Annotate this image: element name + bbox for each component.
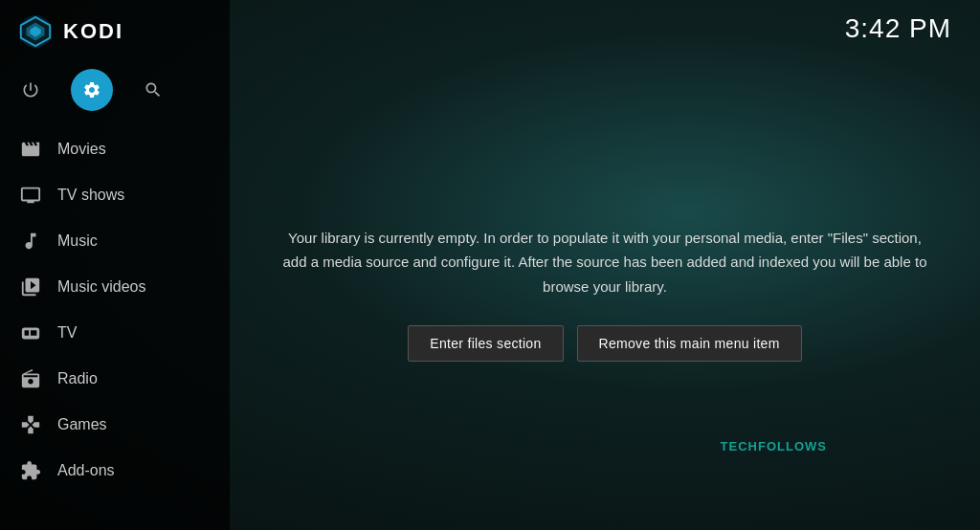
sidebar-item-music-label: Music bbox=[57, 232, 98, 250]
sidebar-item-addons-label: Add-ons bbox=[57, 462, 115, 479]
top-bar: 3:42 PM bbox=[230, 0, 980, 57]
sidebar-item-games-label: Games bbox=[57, 416, 107, 433]
enter-files-button[interactable]: Enter files section bbox=[408, 325, 563, 362]
sidebar: KODI Movies bbox=[0, 0, 230, 530]
settings-icon bbox=[82, 80, 101, 99]
main-content: Your library is currently empty. In orde… bbox=[230, 57, 980, 530]
kodi-logo-icon bbox=[17, 13, 54, 50]
tv-icon bbox=[19, 321, 42, 344]
sidebar-item-radio-label: Radio bbox=[57, 370, 98, 387]
sidebar-item-tv-label: TV bbox=[57, 324, 77, 342]
sidebar-item-music-videos[interactable]: Music videos bbox=[0, 264, 230, 310]
action-buttons: Enter files section Remove this main men… bbox=[279, 325, 930, 362]
sidebar-item-tv[interactable]: TV bbox=[0, 310, 230, 356]
logo-area: KODI bbox=[0, 0, 230, 63]
power-button[interactable] bbox=[10, 69, 52, 111]
sidebar-item-music-videos-label: Music videos bbox=[57, 278, 145, 296]
sidebar-item-movies-label: Movies bbox=[57, 141, 106, 158]
search-button[interactable] bbox=[132, 69, 174, 111]
sidebar-item-radio[interactable]: Radio bbox=[0, 356, 230, 402]
search-icon bbox=[144, 80, 163, 99]
sidebar-item-addons[interactable]: Add-ons bbox=[0, 448, 230, 494]
sidebar-item-tv-shows[interactable]: TV shows bbox=[0, 172, 230, 218]
music-videos-icon bbox=[19, 276, 42, 298]
music-icon bbox=[19, 230, 42, 253]
sidebar-item-tv-shows-label: TV shows bbox=[57, 187, 124, 204]
sidebar-item-movies[interactable]: Movies bbox=[0, 126, 230, 172]
sidebar-item-games[interactable]: Games bbox=[0, 402, 230, 448]
remove-menu-item-button[interactable]: Remove this main menu item bbox=[577, 325, 802, 362]
app-title: KODI bbox=[63, 19, 123, 44]
icon-row bbox=[0, 63, 230, 126]
radio-icon bbox=[19, 367, 42, 390]
time-display: 3:42 PM bbox=[845, 13, 951, 44]
tv-shows-icon bbox=[19, 184, 42, 207]
sidebar-item-music[interactable]: Music bbox=[0, 218, 230, 264]
empty-library-card: Your library is currently empty. In orde… bbox=[260, 207, 949, 382]
settings-button[interactable] bbox=[71, 69, 113, 111]
addons-icon bbox=[19, 459, 42, 482]
movies-icon bbox=[19, 138, 42, 161]
sidebar-nav: Movies TV shows Music Music videos bbox=[0, 126, 230, 494]
power-icon bbox=[21, 80, 40, 99]
empty-library-text: Your library is currently empty. In orde… bbox=[279, 226, 930, 299]
games-icon bbox=[19, 413, 42, 436]
watermark: TECHFOLLOWS bbox=[721, 439, 827, 453]
